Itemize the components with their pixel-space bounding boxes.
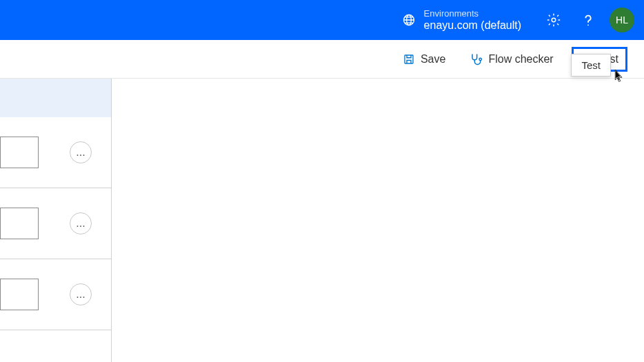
flow-panel: ... ... ... (0, 79, 112, 362)
avatar-initials: HL (616, 14, 628, 26)
stethoscope-icon (469, 52, 483, 66)
flow-checker-label: Flow checker (488, 53, 553, 66)
step-more-button[interactable]: ... (70, 141, 92, 163)
action-toolbar: Save Flow checker Test (0, 40, 644, 79)
flow-step-row[interactable]: ... (0, 117, 111, 188)
save-button[interactable]: Save (397, 49, 451, 70)
step-input-box[interactable] (0, 208, 39, 239)
cursor-icon (612, 68, 624, 83)
user-avatar[interactable]: HL (610, 8, 634, 32)
environment-value: enayu.com (default) (424, 19, 521, 32)
environment-text: Environments enayu.com (default) (424, 8, 521, 32)
flow-checker-button[interactable]: Flow checker (463, 48, 559, 70)
svg-point-2 (552, 18, 556, 22)
tooltip-text: Test (581, 59, 601, 71)
svg-point-5 (479, 58, 481, 60)
save-icon (403, 53, 415, 66)
step-more-button[interactable]: ... (70, 212, 92, 234)
top-header: Environments enayu.com (default) HL (0, 0, 644, 40)
environment-selector[interactable]: Environments enayu.com (default) (402, 8, 521, 32)
ellipsis-icon: ... (76, 217, 85, 230)
ellipsis-icon: ... (76, 146, 85, 159)
globe-icon (402, 13, 416, 27)
step-input-box[interactable] (0, 279, 39, 310)
environment-label: Environments (424, 8, 521, 19)
flow-step-row[interactable]: ... (0, 259, 111, 330)
step-input-box[interactable] (0, 137, 39, 168)
test-tooltip: Test (571, 54, 611, 77)
save-label: Save (421, 53, 445, 66)
step-more-button[interactable]: ... (70, 283, 92, 305)
svg-point-3 (587, 24, 589, 26)
ellipsis-icon: ... (76, 288, 85, 301)
svg-rect-4 (405, 55, 413, 63)
flow-step-row[interactable]: ... (0, 188, 111, 259)
settings-button[interactable] (541, 7, 567, 33)
panel-header[interactable] (0, 79, 111, 117)
gear-icon (546, 12, 561, 28)
help-button[interactable] (575, 7, 601, 33)
help-icon (581, 12, 596, 28)
